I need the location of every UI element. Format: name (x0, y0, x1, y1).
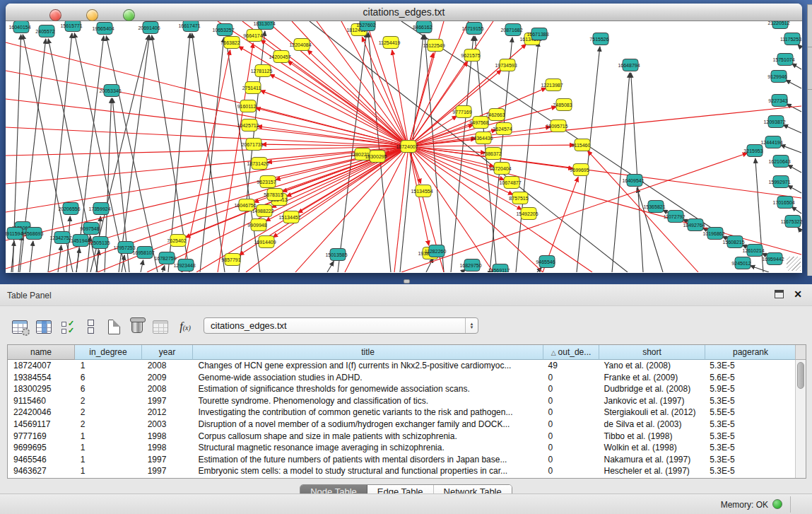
node-label: 9497568 (469, 120, 488, 125)
table-cell: Estimation of the future numbers of pati… (193, 454, 543, 466)
node-label: 10719155 (461, 26, 483, 31)
node-label: 9160112 (237, 104, 257, 109)
node-label: 8757515 (509, 196, 528, 201)
table-cell: 5.3E-5 (704, 442, 795, 454)
node-label: 11568693 (22, 231, 44, 236)
table-cell: 5.5E-5 (704, 407, 795, 419)
table-row[interactable]: 1938455462009Genome-wide association stu… (8, 372, 795, 384)
network-window[interactable]: citations_edges.txt 18724007122040841420… (6, 4, 802, 273)
table-cell: 18724007 (8, 360, 75, 372)
close-panel-icon[interactable]: ✕ (794, 288, 802, 300)
table-row[interactable]: 946554611997Estimation of the future num… (8, 454, 795, 466)
scrollbar-thumb[interactable] (797, 362, 804, 389)
node-label: 9699695 (570, 168, 589, 173)
node-label: 20691406 (138, 25, 160, 30)
node-label: 16046756 (234, 203, 256, 208)
table-row[interactable]: 911546021997Tourette syndrome. Phenomeno… (8, 395, 795, 407)
node-label: 9465546 (536, 259, 555, 264)
table-cell: 22420046 (8, 407, 75, 419)
new-table-button[interactable] (104, 316, 124, 337)
float-panel-icon[interactable] (775, 290, 784, 298)
column-header-title[interactable]: title (193, 345, 543, 360)
column-header-out_de[interactable]: △out_de... (543, 345, 599, 360)
node-label: 15492205 (516, 211, 538, 216)
node-label: 16648794 (618, 63, 640, 68)
document-icon (108, 320, 120, 334)
split-pane-handle[interactable] (404, 279, 410, 284)
table-cell: 5.3E-5 (704, 419, 795, 431)
table-row[interactable]: 946362711997Embryonic stem cells: a mode… (8, 465, 795, 477)
table-row[interactable]: 1456911722003Disruption of a novel membe… (8, 419, 795, 431)
node-label: 19565404 (92, 26, 114, 31)
table-cell: 2 (75, 407, 142, 419)
status-bar: Memory: OK (0, 493, 812, 514)
node-label: 7485083 (553, 103, 572, 107)
citation-network-graph[interactable]: 1872400712204084142004571278112527514119… (6, 21, 802, 272)
node-label: 18731420 (247, 161, 269, 166)
unselect-all-button[interactable] (81, 316, 100, 337)
column-header-pagerank[interactable]: pagerank (705, 345, 796, 360)
column-header-year[interactable]: year (142, 345, 193, 360)
node-label: 15608215 (722, 240, 744, 245)
table-cell: Stergiakouli et al. (2012) (598, 407, 704, 419)
node-label: 18492764 (683, 223, 705, 228)
network-canvas[interactable]: 1872400712204084142004571278112527514119… (6, 21, 802, 272)
memory-status-label: Memory: OK (721, 500, 768, 510)
vertical-scrollbar[interactable] (795, 360, 806, 478)
column-header-in_degree[interactable]: in_degree (75, 345, 142, 360)
node-label: 14569117 (488, 268, 510, 273)
node-label: 14988222 (252, 209, 273, 214)
table-header-row: namein_degreeyeartitle△out_de...shortpag… (8, 345, 806, 360)
table-cell: 0 (543, 431, 599, 443)
node-label: 12923448 (173, 263, 195, 268)
node-label: 20053346 (99, 88, 121, 93)
node-table: namein_degreeyeartitle△out_de...shortpag… (7, 344, 806, 479)
node-label: 15122549 (423, 43, 445, 48)
table-row[interactable]: 1872400712008Changes of HCN gene express… (8, 360, 795, 372)
table-cell: 1998 (142, 442, 193, 454)
function-builder-button[interactable]: f(x) (175, 316, 195, 337)
select-all-button[interactable]: ✓✓ (58, 316, 78, 337)
select-columns-button[interactable] (34, 316, 54, 337)
node-label: 5878315 (264, 192, 283, 197)
node-label: 12444194 (760, 140, 782, 145)
node-label: 15134554 (411, 189, 433, 194)
table-settings-button[interactable] (10, 316, 30, 337)
column-header-short[interactable]: short (599, 345, 705, 360)
node-label: 7462663 (486, 112, 505, 117)
table-cell: 9115460 (8, 395, 75, 407)
node-label: 20206556 (58, 206, 80, 211)
table-cell: 6 (75, 372, 142, 384)
table-row[interactable]: 969969511998Structural magnetic resonanc… (8, 442, 795, 454)
table-cell: 0 (543, 383, 599, 395)
node-label: 20671731 (241, 142, 263, 147)
table-row[interactable]: 1830029562008Estimation of significance … (8, 383, 795, 395)
table-cell: 19384554 (8, 372, 75, 384)
sort-ascending-icon: △ (551, 349, 556, 356)
table-row[interactable]: 2242004622012Investigating the contribut… (8, 407, 795, 419)
node-label: 11175253 (780, 37, 801, 42)
table-cell: 0 (543, 454, 599, 466)
table-selector-dropdown[interactable]: citations_edges.txt ▲▼ (204, 317, 478, 334)
node-label: 16040154 (8, 25, 30, 30)
window-titlebar[interactable]: citations_edges.txt (6, 4, 802, 21)
column-header-name[interactable]: name (8, 345, 75, 360)
node-label: 1527602 (356, 23, 375, 28)
node-label: 7386372 (482, 151, 501, 156)
node-label: 9664174 (243, 33, 262, 38)
table-cell: Changes of HCN gene expression and I(f) … (193, 360, 543, 372)
node-label: 10425712 (237, 123, 259, 128)
table-cell: 0 (543, 465, 599, 477)
node-label: 16720404 (489, 166, 511, 171)
table-cell: 2008 (142, 360, 193, 372)
delete-table-button[interactable] (127, 316, 147, 337)
table-cell: Tibbo et al. (1998) (598, 431, 704, 443)
table-row[interactable]: 977716911998Corpus callosum shape and si… (8, 431, 795, 443)
window-resize-grip[interactable] (787, 257, 801, 271)
node-label: 8466162 (413, 25, 432, 30)
scrollbar-corner (795, 345, 806, 360)
node-label: 16958107 (132, 250, 154, 255)
node-label: 18300295 (365, 154, 387, 159)
memory-status-indicator[interactable] (772, 499, 782, 509)
table-cell: Disruption of a novel member of a sodium… (193, 419, 543, 431)
